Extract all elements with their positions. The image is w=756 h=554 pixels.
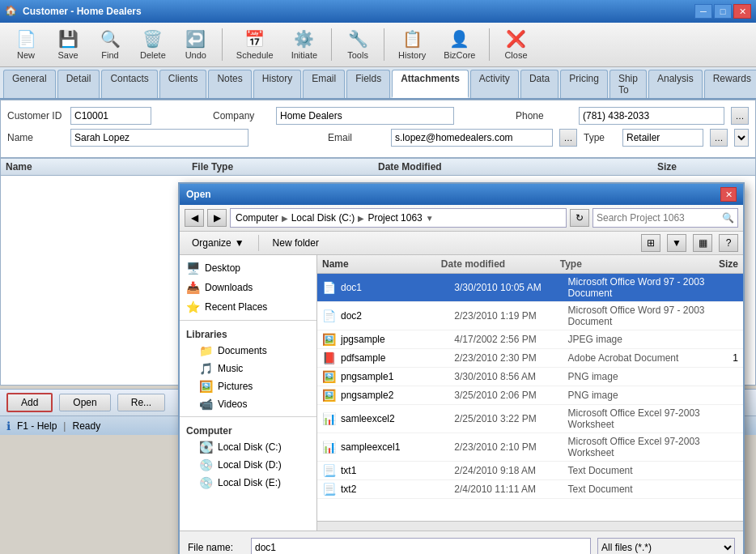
new-folder-button[interactable]: New folder	[265, 235, 326, 251]
type-input[interactable]	[622, 129, 703, 147]
remove-button[interactable]: Re...	[117, 394, 165, 411]
type-lookup-button[interactable]: …	[710, 129, 728, 147]
nav-computer-label[interactable]: Computer	[180, 420, 316, 438]
view-pane-button[interactable]: ▦	[693, 234, 712, 252]
name-input[interactable]	[70, 129, 248, 147]
nav-downloads-label: Downloads	[205, 282, 253, 293]
tab-analysis[interactable]: Analysis	[648, 70, 703, 98]
tab-attachments[interactable]: Attachments	[392, 70, 469, 98]
nav-downloads[interactable]: 📥 Downloads	[180, 278, 316, 297]
recent-icon: ⭐	[186, 300, 200, 313]
file-item[interactable]: 📃 txt2 2/4/2010 11:11 AM Text Document	[317, 480, 743, 499]
toolbar-delete-button[interactable]: 🗑️ Delete	[133, 26, 173, 63]
tab-contacts[interactable]: Contacts	[101, 70, 157, 98]
nav-documents[interactable]: 📁 Documents	[180, 342, 316, 360]
toolbar-history-button[interactable]: 📋 History	[391, 26, 433, 63]
tab-data[interactable]: Data	[520, 70, 559, 98]
nav-music[interactable]: 🎵 Music	[180, 360, 316, 377]
phone-lookup-button[interactable]: …	[731, 107, 749, 125]
nav-forward-button[interactable]: ▶	[207, 209, 227, 227]
toolbar-schedule-button[interactable]: 📅 Schedule	[229, 26, 281, 63]
dialog-close-button[interactable]: ✕	[720, 187, 737, 202]
toolbar-new-label: New	[17, 50, 35, 60]
file-item[interactable]: 📄 doc1 3/30/2010 10:05 AM Microsoft Offi…	[317, 274, 743, 302]
tab-rewards[interactable]: Rewards	[704, 70, 756, 98]
add-button[interactable]: Add	[6, 393, 53, 412]
view-button-2[interactable]: ▼	[667, 234, 686, 252]
toolbar-save-button[interactable]: 💾 Save	[49, 26, 87, 63]
file-icon: 📃	[322, 483, 336, 496]
email-lookup-button[interactable]: …	[559, 129, 577, 147]
maximize-button[interactable]: □	[714, 4, 732, 19]
help-button[interactable]: ?	[719, 234, 738, 252]
nav-music-label: Music	[218, 363, 243, 374]
tab-notes[interactable]: Notes	[208, 70, 251, 98]
file-item[interactable]: 🖼️ pngsample2 3/25/2010 2:06 PM PNG imag…	[317, 386, 743, 405]
breadcrumb-arrow-3: ▼	[426, 214, 434, 223]
nav-recent-places[interactable]: ⭐ Recent Places	[180, 297, 316, 317]
file-item[interactable]: 📄 doc2 2/23/2010 1:19 PM Microsoft Offic…	[317, 302, 743, 330]
toolbar-close-button[interactable]: ❌ Close	[496, 26, 535, 63]
type-select[interactable]	[734, 129, 749, 147]
tab-ship-to[interactable]: Ship To	[609, 70, 647, 98]
documents-icon: 📁	[199, 344, 213, 357]
file-item[interactable]: 📊 sampleexcel1 2/23/2010 2:10 PM Microso…	[317, 433, 743, 462]
phone-input[interactable]	[579, 107, 724, 125]
close-app-button[interactable]: ✕	[733, 4, 751, 19]
file-type: Microsoft Office Excel 97-2003 Worksheet	[568, 407, 710, 430]
email-input[interactable]	[391, 129, 553, 147]
toolbar-initiate-label: Initiate	[291, 50, 317, 60]
nav-local-d[interactable]: 💿 Local Disk (D:)	[180, 456, 316, 474]
form-row-id: Customer ID Company Phone …	[7, 107, 749, 125]
file-type: Microsoft Office Excel 97-2003 Worksheet	[568, 436, 710, 458]
toolbar-undo-button[interactable]: ↩️ Undo	[176, 26, 215, 63]
tab-fields[interactable]: Fields	[346, 70, 390, 98]
toolbar-bizcore-button[interactable]: 👤 BizCore	[436, 26, 482, 63]
tab-pricing[interactable]: Pricing	[560, 70, 608, 98]
dialog-file-panel: Name Date modified Type Size 📄 doc1 3/30…	[317, 255, 743, 531]
horizontal-scrollbar[interactable]	[317, 521, 743, 531]
new-folder-label: New folder	[273, 237, 319, 249]
toolbar-initiate-button[interactable]: ⚙️ Initiate	[284, 26, 325, 63]
toolbar-new-button[interactable]: 📄 New	[6, 26, 45, 63]
nav-pictures[interactable]: 🖼️ Pictures	[180, 377, 316, 395]
file-name: doc1	[341, 282, 454, 293]
search-input[interactable]	[597, 212, 722, 224]
nav-desktop[interactable]: 🖥️ Desktop	[180, 258, 316, 278]
tab-email[interactable]: Email	[303, 70, 345, 98]
tab-clients[interactable]: Clients	[159, 70, 207, 98]
disk-c-icon: 💽	[199, 441, 213, 454]
company-input[interactable]	[276, 107, 454, 125]
file-item[interactable]: 🖼️ pngsample1 3/30/2010 8:56 AM PNG imag…	[317, 368, 743, 386]
filetype-select[interactable]: All files (*.*)	[597, 538, 735, 554]
open-button[interactable]: Open	[59, 394, 110, 411]
nav-local-c[interactable]: 💽 Local Disk (C:)	[180, 438, 316, 456]
file-date: 2/23/2010 2:10 PM	[454, 441, 567, 453]
nav-videos[interactable]: 📹 Videos	[180, 395, 316, 413]
filename-input[interactable]	[251, 538, 591, 554]
minimize-button[interactable]: ─	[694, 4, 712, 19]
file-item[interactable]: 📃 txt1 2/24/2010 9:18 AM Text Document	[317, 462, 743, 480]
breadcrumb-disk: Local Disk (C:)	[291, 212, 355, 224]
tab-general[interactable]: General	[3, 70, 56, 98]
customer-id-input[interactable]	[70, 107, 151, 125]
file-item[interactable]: 🖼️ jpgsample 4/17/2002 2:56 PM JPEG imag…	[317, 330, 743, 349]
tab-history[interactable]: History	[253, 70, 301, 98]
nav-libraries-label[interactable]: Libraries	[180, 324, 316, 342]
breadcrumb-path[interactable]: Computer ▶ Local Disk (C:) ▶ Project 106…	[230, 208, 567, 228]
toolbar-tools-button[interactable]: 🔧 Tools	[338, 26, 377, 63]
file-item[interactable]: 📕 pdfsample 2/23/2010 2:30 PM Adobe Acro…	[317, 349, 743, 368]
toolbar-find-button[interactable]: 🔍 Find	[91, 26, 130, 63]
tab-activity[interactable]: Activity	[470, 70, 519, 98]
file-icon: 📊	[322, 441, 336, 454]
nav-back-button[interactable]: ◀	[185, 209, 204, 227]
name-label: Name	[7, 132, 64, 143]
file-item[interactable]: 📊 samleexcel2 2/25/2010 3:22 PM Microsof…	[317, 405, 743, 433]
tab-detail[interactable]: Detail	[57, 70, 100, 98]
nav-local-e[interactable]: 💿 Local Disk (E:)	[180, 474, 316, 492]
breadcrumb-refresh-button[interactable]: ↻	[570, 209, 589, 227]
view-button-1[interactable]: ⊞	[641, 234, 660, 252]
organize-button[interactable]: Organize ▼	[185, 235, 252, 251]
form-area: Customer ID Company Phone … Name Email ……	[0, 100, 756, 158]
file-size: 1	[710, 352, 738, 364]
